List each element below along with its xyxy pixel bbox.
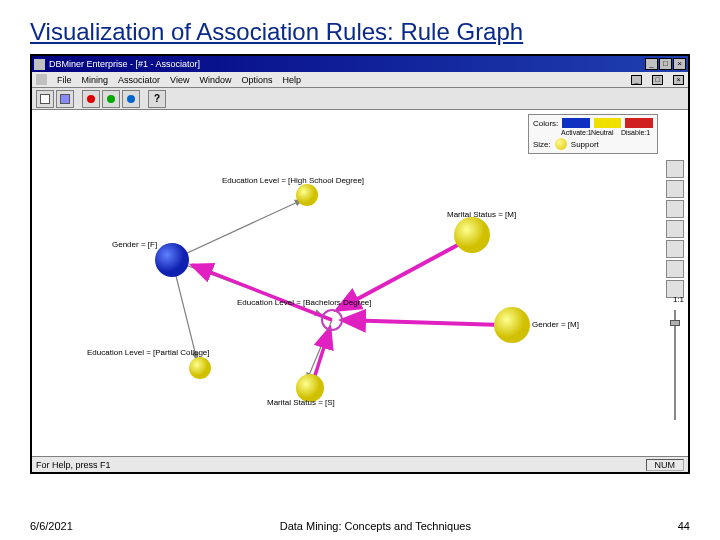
- child-minimize-button[interactable]: _: [631, 75, 642, 85]
- menu-view[interactable]: View: [170, 75, 189, 85]
- status-text: For Help, press F1: [36, 460, 111, 470]
- node-gender-f[interactable]: [155, 243, 189, 277]
- tool-btn-2[interactable]: [56, 90, 74, 108]
- svg-line-0: [172, 200, 302, 260]
- title-bar: DBMiner Enterprise - [#1 - Associator] _…: [32, 56, 688, 72]
- app-window: DBMiner Enterprise - [#1 - Associator] _…: [30, 54, 690, 474]
- zoom-label: 1:1: [673, 295, 684, 304]
- menu-mining[interactable]: Mining: [82, 75, 109, 85]
- svg-line-6: [192, 265, 332, 320]
- menu-window[interactable]: Window: [199, 75, 231, 85]
- canvas-area[interactable]: Colors: Activate:1 Neutral Disable:1 Siz…: [32, 110, 688, 456]
- slide-footer: 6/6/2021 Data Mining: Concepts and Techn…: [0, 520, 720, 532]
- footer-date: 6/6/2021: [30, 520, 73, 532]
- node-edu-hs[interactable]: [296, 184, 318, 206]
- doc-icon: [36, 74, 47, 85]
- maximize-button[interactable]: □: [659, 58, 672, 70]
- status-bar: For Help, press F1 NUM: [32, 456, 688, 472]
- label-edu-partial: Education Level = [Partial College]: [87, 348, 210, 357]
- tool-btn-4[interactable]: [102, 90, 120, 108]
- tool-help-button[interactable]: ?: [148, 90, 166, 108]
- menu-bar: File Mining Associator View Window Optio…: [32, 72, 688, 88]
- tool-btn-1[interactable]: [36, 90, 54, 108]
- label-gender-m: Gender = [M]: [532, 320, 579, 329]
- footer-center: Data Mining: Concepts and Techniques: [280, 520, 471, 532]
- menu-help[interactable]: Help: [282, 75, 301, 85]
- child-maximize-button[interactable]: □: [652, 75, 663, 85]
- rule-graph-svg: [32, 110, 672, 456]
- tool-btn-5[interactable]: [122, 90, 140, 108]
- slide-title: Visualization of Association Rules: Rule…: [0, 0, 720, 54]
- node-edu-partial[interactable]: [189, 357, 211, 379]
- menu-options[interactable]: Options: [241, 75, 272, 85]
- node-marital-m[interactable]: [454, 217, 490, 253]
- app-icon: [34, 59, 45, 70]
- menu-file[interactable]: File: [57, 75, 72, 85]
- label-gender-f: Gender = [F]: [112, 240, 157, 249]
- toolbar: ?: [32, 88, 688, 110]
- svg-line-5: [342, 320, 502, 325]
- tool-btn-3[interactable]: [82, 90, 100, 108]
- label-marital-m: Marital Status = [M]: [447, 210, 516, 219]
- node-gender-m[interactable]: [494, 307, 530, 343]
- label-edu-bach: Education Level = [Bachelors Degree]: [237, 298, 372, 307]
- status-num: NUM: [646, 459, 685, 471]
- label-edu-hs: Education Level = [High School Degree]: [222, 176, 364, 185]
- child-close-button[interactable]: ×: [673, 75, 684, 85]
- close-button[interactable]: ×: [673, 58, 686, 70]
- menu-associator[interactable]: Associator: [118, 75, 160, 85]
- footer-page: 44: [678, 520, 690, 532]
- title-bar-text: DBMiner Enterprise - [#1 - Associator]: [49, 59, 200, 69]
- label-marital-s: Marital Status = [S]: [267, 398, 335, 407]
- minimize-button[interactable]: _: [645, 58, 658, 70]
